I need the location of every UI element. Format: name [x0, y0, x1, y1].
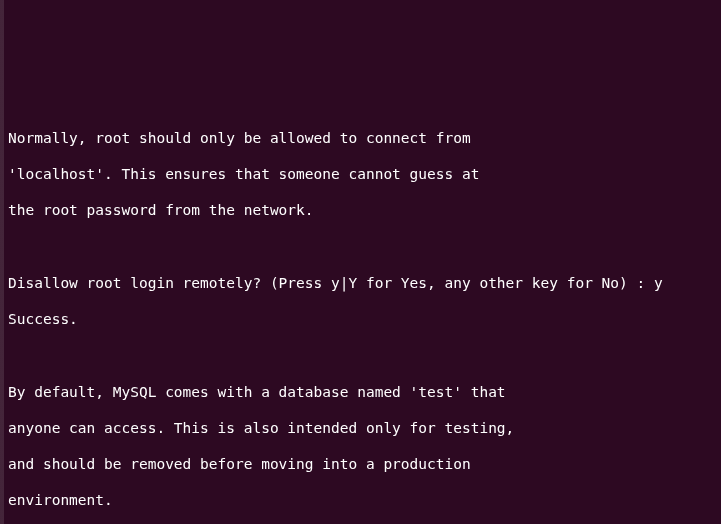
terminal-line: By default, MySQL comes with a database … [8, 383, 713, 401]
terminal-line: the root password from the network. [8, 201, 713, 219]
terminal-line: 'localhost'. This ensures that someone c… [8, 165, 713, 183]
terminal-line [8, 238, 713, 256]
terminal-line: Disallow root login remotely? (Press y|Y… [8, 274, 713, 292]
terminal-line: environment. [8, 491, 713, 509]
terminal-line: and should be removed before moving into… [8, 455, 713, 473]
terminal-line: Success. [8, 310, 713, 328]
terminal-output-area[interactable]: Normally, root should only be allowed to… [8, 111, 713, 524]
terminal-line: Normally, root should only be allowed to… [8, 129, 713, 147]
terminal-line: anyone can access. This is also intended… [8, 419, 713, 437]
terminal-line [8, 346, 713, 364]
window-left-edge [0, 0, 4, 524]
